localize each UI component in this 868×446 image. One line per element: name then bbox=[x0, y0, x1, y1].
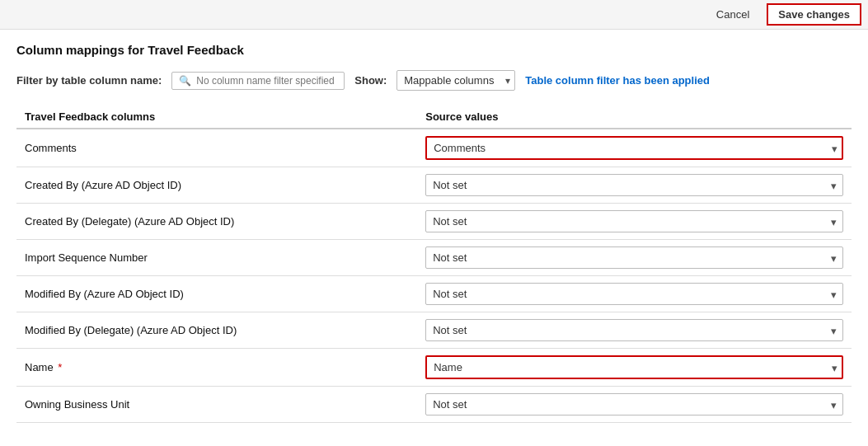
mapping-select[interactable]: Not set bbox=[425, 210, 843, 232]
page-title: Column mappings for Travel Feedback bbox=[16, 43, 852, 57]
mapping-cell: Not set bbox=[417, 167, 852, 204]
main-content: Column mappings for Travel Feedback Filt… bbox=[0, 30, 868, 436]
mapping-cell: CommentsNot set bbox=[417, 129, 852, 167]
column-name-cell: Created By (Azure AD Object ID) bbox=[16, 167, 417, 204]
mapping-select-wrap: NameNot set bbox=[425, 355, 843, 379]
filter-bar: Filter by table column name: 🔍 Show: Map… bbox=[16, 70, 852, 91]
save-button[interactable]: Save changes bbox=[767, 3, 861, 26]
filter-label: Filter by table column name: bbox=[16, 74, 162, 87]
mapping-select-wrap: Not set bbox=[425, 283, 843, 305]
column-mappings-table: Travel Feedback columns Source values Co… bbox=[16, 106, 852, 423]
mapping-select-wrap: Not set bbox=[425, 174, 843, 196]
column-name-cell: Import Sequence Number bbox=[16, 240, 417, 276]
mapping-cell: Not set bbox=[417, 204, 852, 240]
show-label: Show: bbox=[354, 74, 387, 87]
mapping-select[interactable]: Not set bbox=[425, 174, 843, 196]
table-row: CommentsCommentsNot set bbox=[16, 129, 852, 167]
table-row: Owning Business UnitNot set bbox=[16, 387, 852, 423]
table-row: Name *NameNot set bbox=[16, 349, 852, 387]
table-row: Created By (Azure AD Object ID)Not set bbox=[16, 167, 852, 204]
mapping-select[interactable]: Not set bbox=[425, 283, 843, 305]
table-row: Created By (Delegate) (Azure AD Object I… bbox=[16, 204, 852, 240]
mapping-select[interactable]: NameNot set bbox=[425, 355, 843, 379]
filter-input[interactable] bbox=[196, 75, 337, 87]
top-bar: Cancel Save changes bbox=[0, 0, 868, 30]
column-name-cell: Owning Business Unit bbox=[16, 387, 417, 423]
col1-header: Travel Feedback columns bbox=[16, 106, 417, 129]
search-icon: 🔍 bbox=[179, 75, 191, 87]
filter-input-wrap: 🔍 bbox=[171, 72, 345, 90]
mapping-cell: Not set bbox=[417, 276, 852, 312]
mapping-select[interactable]: Not set bbox=[425, 319, 843, 341]
mapping-cell: NameNot set bbox=[417, 349, 852, 387]
col2-header: Source values bbox=[417, 106, 852, 129]
column-name-cell: Comments bbox=[16, 129, 417, 167]
column-name-cell: Modified By (Azure AD Object ID) bbox=[16, 276, 417, 312]
mapping-select[interactable]: Not set bbox=[425, 246, 843, 269]
show-select-wrap: Mappable columns All columns bbox=[396, 70, 515, 91]
cancel-button[interactable]: Cancel bbox=[706, 4, 760, 25]
mapping-cell: Not set bbox=[417, 387, 852, 423]
show-select[interactable]: Mappable columns All columns bbox=[396, 70, 515, 91]
mapping-cell: Not set bbox=[417, 240, 852, 276]
mapping-select-wrap: Not set bbox=[425, 210, 843, 232]
mapping-select-wrap: Not set bbox=[425, 393, 843, 415]
mapping-select-wrap: Not set bbox=[425, 319, 843, 341]
required-indicator: * bbox=[55, 361, 63, 373]
column-name-cell: Name * bbox=[16, 349, 417, 387]
filter-applied-message: Table column filter has been applied bbox=[525, 74, 710, 87]
table-row: Modified By (Delegate) (Azure AD Object … bbox=[16, 312, 852, 349]
mapping-select[interactable]: CommentsNot set bbox=[425, 136, 843, 160]
column-name-cell: Modified By (Delegate) (Azure AD Object … bbox=[16, 312, 417, 349]
column-name-cell: Created By (Delegate) (Azure AD Object I… bbox=[16, 204, 417, 240]
table-row: Modified By (Azure AD Object ID)Not set bbox=[16, 276, 852, 312]
table-header-row: Travel Feedback columns Source values bbox=[16, 106, 852, 129]
table-row: Import Sequence NumberNot set bbox=[16, 240, 852, 276]
mapping-select-wrap: CommentsNot set bbox=[425, 136, 843, 160]
mapping-select[interactable]: Not set bbox=[425, 393, 843, 415]
mapping-cell: Not set bbox=[417, 312, 852, 349]
mapping-select-wrap: Not set bbox=[425, 246, 843, 269]
